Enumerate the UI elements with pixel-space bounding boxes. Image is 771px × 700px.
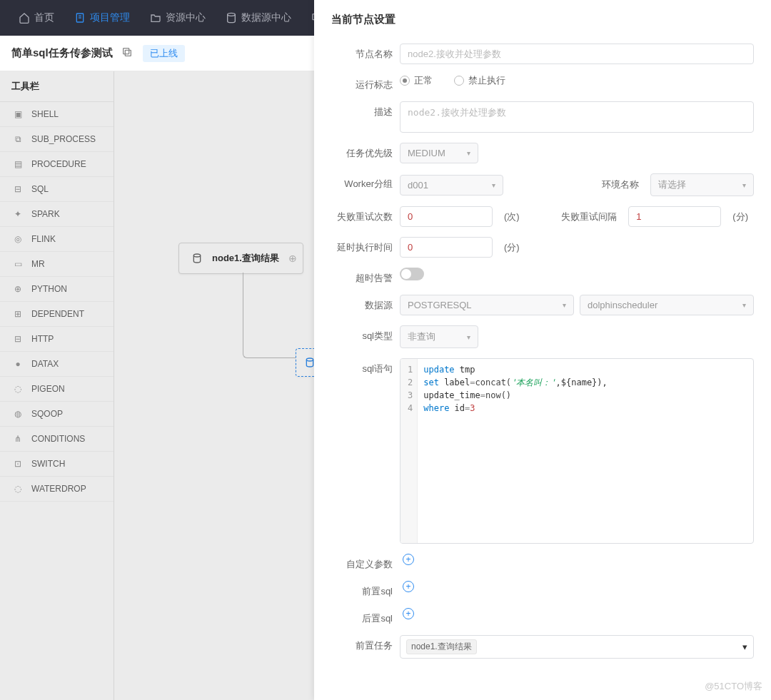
add-post-sql-button[interactable]: + xyxy=(403,608,414,619)
label-worker-group: Worker分组 xyxy=(314,173,400,191)
nav-datasource-label: 数据源中心 xyxy=(241,11,291,24)
desc-textarea[interactable] xyxy=(400,101,754,133)
ds-name-select[interactable]: dolphinscheduler▾ xyxy=(580,295,754,315)
label-pre-sql: 前置sql xyxy=(314,581,400,598)
nav-resource[interactable]: 资源中心 xyxy=(140,0,216,36)
radio-normal[interactable]: 正常 xyxy=(400,74,433,87)
nav-home[interactable]: 首页 xyxy=(9,0,64,36)
label-node-name: 节点名称 xyxy=(314,44,400,61)
add-param-button[interactable]: + xyxy=(403,554,414,565)
label-datasource: 数据源 xyxy=(314,295,400,312)
retry-times-input[interactable] xyxy=(400,206,493,227)
watermark: @51CTO博客 xyxy=(705,680,762,693)
svg-point-3 xyxy=(228,13,236,16)
gutter: 1234 xyxy=(400,359,418,543)
label-delay: 延时执行时间 xyxy=(314,237,400,254)
label-priority: 任务优先级 xyxy=(314,143,400,160)
unit-min: (分) xyxy=(498,241,525,254)
page-title: 简单sql任务传参测试 xyxy=(11,46,113,60)
status-badge: 已上线 xyxy=(143,45,185,62)
chevron-down-icon: ▾ xyxy=(742,641,747,652)
label-pre-task: 前置任务 xyxy=(314,635,400,652)
folder-icon xyxy=(150,12,161,24)
add-pre-sql-button[interactable]: + xyxy=(403,581,414,592)
label-retry-interval: 失败重试间隔 xyxy=(555,210,623,223)
database-icon xyxy=(226,12,237,24)
nav-resource-label: 资源中心 xyxy=(166,11,206,24)
priority-select[interactable]: MEDIUM▾ xyxy=(400,143,478,163)
unit-times: (次) xyxy=(498,210,525,223)
code-content[interactable]: update tmp set label=concat('本名叫：',${nam… xyxy=(418,359,753,543)
home-icon xyxy=(19,12,30,24)
delay-input[interactable] xyxy=(400,237,493,258)
ds-type-select[interactable]: POSTGRESQL▾ xyxy=(400,295,574,315)
label-timeout: 超时告警 xyxy=(314,268,400,285)
label-env-name: 环境名称 xyxy=(596,178,645,191)
chevron-down-icon: ▾ xyxy=(467,333,470,341)
chevron-down-icon: ▾ xyxy=(467,149,470,157)
svg-rect-6 xyxy=(125,50,131,56)
node-name-input[interactable] xyxy=(400,44,754,64)
radio-forbid[interactable]: 禁止执行 xyxy=(454,74,505,87)
nav-project[interactable]: 项目管理 xyxy=(64,0,140,36)
pre-task-tag: node1.查询结果 xyxy=(406,639,477,654)
label-desc: 描述 xyxy=(314,101,400,118)
chevron-down-icon: ▾ xyxy=(492,181,495,189)
panel-title: 当前节点设置 xyxy=(331,13,754,26)
chevron-down-icon: ▾ xyxy=(742,301,746,309)
worker-group-select[interactable]: d001▾ xyxy=(400,175,503,196)
chevron-down-icon: ▾ xyxy=(563,301,566,309)
label-sql-stmt: sql语句 xyxy=(314,358,400,375)
unit-min: (分) xyxy=(727,210,754,223)
label-post-sql: 后置sql xyxy=(314,608,400,625)
nav-project-label: 项目管理 xyxy=(90,11,130,24)
pre-task-select[interactable]: node1.查询结果 ▾ xyxy=(400,635,754,659)
copy-icon[interactable] xyxy=(121,46,133,60)
sql-editor[interactable]: 1234 update tmp set label=concat('本名叫：',… xyxy=(400,358,754,544)
label-sql-type: sql类型 xyxy=(314,325,400,343)
label-retry-times: 失败重试次数 xyxy=(314,206,400,223)
retry-interval-input[interactable] xyxy=(628,206,721,227)
node-settings-panel: 当前节点设置 节点名称 运行标志 正常 禁止执行 描述 任务优先级 MEDIUM… xyxy=(314,0,771,700)
label-run-flag: 运行标志 xyxy=(314,74,400,91)
env-select[interactable]: 请选择▾ xyxy=(650,173,754,196)
nav-home-label: 首页 xyxy=(34,11,54,24)
label-custom-params: 自定义参数 xyxy=(314,554,400,571)
document-icon xyxy=(74,12,86,24)
chevron-down-icon: ▾ xyxy=(742,181,746,189)
sql-type-select[interactable]: 非查询▾ xyxy=(400,325,478,348)
nav-datasource[interactable]: 数据源中心 xyxy=(216,0,301,36)
svg-rect-7 xyxy=(123,49,128,54)
timeout-switch[interactable] xyxy=(400,268,424,280)
